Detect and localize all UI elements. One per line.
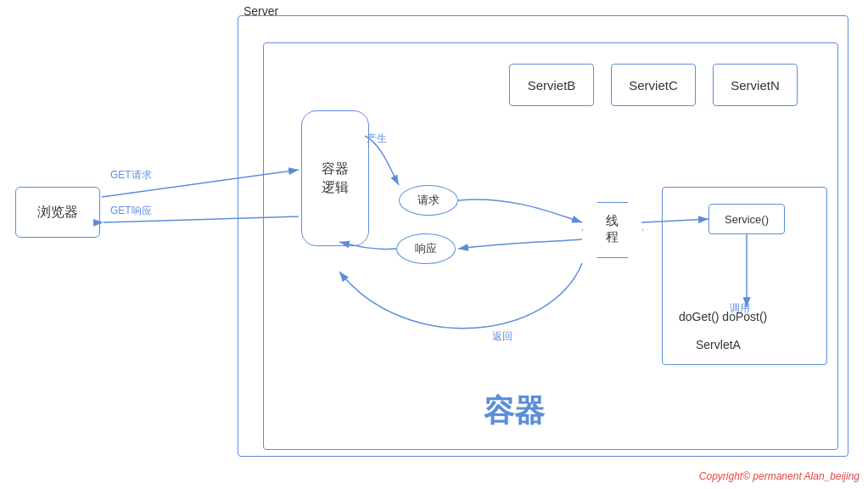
- thread-hexagon: 线程: [582, 202, 641, 256]
- servlet-a-label: ServletA: [696, 338, 741, 351]
- produce-label: 产生: [367, 132, 387, 146]
- request-oval: 请求: [399, 185, 458, 216]
- invoke-label: 调用: [730, 301, 750, 316]
- get-request-label: GET请求: [110, 168, 152, 183]
- copyright-label: Copyright© permanent Alan_beijing: [699, 470, 860, 482]
- get-response-label: GET响应: [110, 204, 152, 218]
- diagram: Server 容器 浏览器 容器逻辑 ServietB ServietC Ser…: [0, 0, 868, 489]
- service-box: Service(): [708, 204, 785, 234]
- thread-label: 线程: [606, 213, 619, 245]
- return-label: 返回: [492, 329, 512, 344]
- response-oval: 响应: [396, 233, 456, 264]
- servlet-b-box: ServietB: [509, 64, 594, 106]
- servlet-c-box: ServietC: [611, 64, 696, 106]
- logic-label: 容器逻辑: [322, 160, 349, 198]
- do-methods-label: doGet() doPost(): [679, 310, 767, 323]
- logic-box: 容器逻辑: [301, 110, 369, 246]
- browser-box: 浏览器: [15, 187, 100, 238]
- container-label: 容器: [484, 391, 545, 432]
- servlet-n-box: ServietN: [713, 64, 798, 106]
